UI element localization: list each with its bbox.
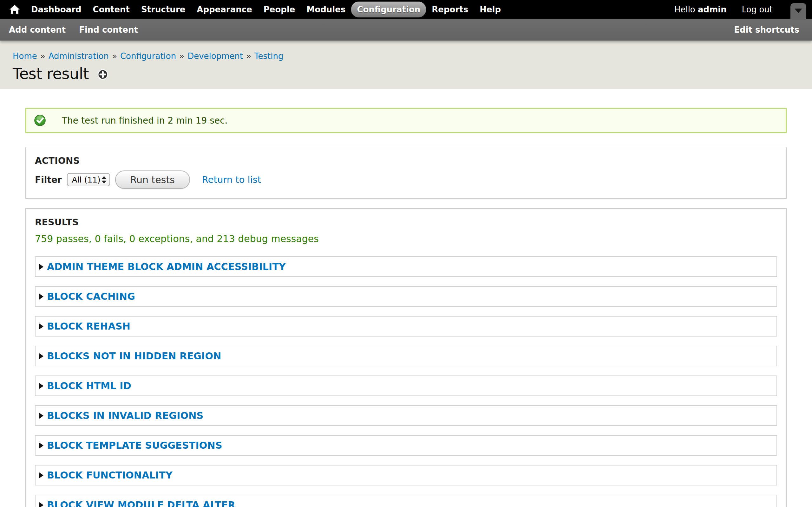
menu-item-help[interactable]: Help: [474, 2, 507, 17]
menu-item-structure[interactable]: Structure: [136, 2, 191, 17]
toolbar-account-area: Hello admin Log out: [674, 5, 773, 14]
test-group-row-block-view-module-delta-alter[interactable]: BLOCK VIEW MODULE DELTA ALTER: [35, 495, 777, 507]
test-group-title[interactable]: BLOCKS IN INVALID REGIONS: [47, 410, 203, 421]
home-icon: [9, 5, 20, 14]
shortcut-bar: Add contentFind content Edit shortcuts: [0, 19, 812, 41]
page-header: Home»Administration»Configuration»Develo…: [0, 41, 812, 89]
run-tests-button[interactable]: Run tests: [115, 170, 190, 189]
breadcrumb-link-home[interactable]: Home: [13, 51, 37, 61]
triangle-right-icon: [39, 472, 44, 478]
triangle-right-icon: [39, 443, 44, 448]
triangle-right-icon: [39, 383, 44, 389]
triangle-right-icon: [39, 413, 44, 418]
return-to-list-link[interactable]: Return to list: [202, 174, 261, 185]
menu-item-dashboard[interactable]: Dashboard: [26, 2, 87, 17]
test-group-title[interactable]: BLOCK VIEW MODULE DELTA ALTER: [47, 499, 235, 507]
test-group-row-blocks-in-invalid-regions[interactable]: BLOCKS IN INVALID REGIONS: [35, 405, 777, 426]
triangle-right-icon: [39, 502, 44, 507]
results-legend: RESULTS: [35, 217, 777, 228]
breadcrumb-link-administration[interactable]: Administration: [49, 51, 109, 61]
results-summary: 759 passes, 0 fails, 0 exceptions, and 2…: [35, 233, 777, 244]
logout-link[interactable]: Log out: [742, 5, 773, 14]
menu-item-configuration[interactable]: Configuration: [351, 2, 426, 17]
menu-item-appearance[interactable]: Appearance: [191, 2, 258, 17]
test-group-row-block-template-suggestions[interactable]: BLOCK TEMPLATE SUGGESTIONS: [35, 435, 777, 456]
test-group-row-block-rehash[interactable]: BLOCK REHASH: [35, 316, 777, 337]
greeting-text: Hello admin: [674, 5, 727, 14]
triangle-right-icon: [39, 324, 44, 329]
test-group-title[interactable]: BLOCK TEMPLATE SUGGESTIONS: [47, 440, 222, 451]
filter-select[interactable]: All (11): [67, 173, 110, 186]
triangle-right-icon: [39, 264, 44, 270]
actions-legend: ACTIONS: [35, 156, 777, 166]
test-group-row-block-html-id[interactable]: BLOCK HTML ID: [35, 376, 777, 396]
check-circle-icon: [34, 114, 46, 126]
breadcrumb-separator: »: [246, 51, 251, 61]
test-group-row-blocks-not-in-hidden-region[interactable]: BLOCKS NOT IN HIDDEN REGION: [35, 346, 777, 366]
main-content: The test run finished in 2 min 19 sec. A…: [0, 108, 812, 507]
menu-item-reports[interactable]: Reports: [426, 2, 474, 17]
breadcrumb-separator: »: [179, 51, 184, 61]
test-group-title[interactable]: BLOCK CACHING: [47, 291, 135, 302]
shortcut-items: Add contentFind content: [9, 25, 138, 35]
edit-shortcuts-link[interactable]: Edit shortcuts: [734, 25, 799, 35]
breadcrumb-link-configuration[interactable]: Configuration: [120, 51, 176, 61]
test-group-title[interactable]: BLOCK REHASH: [47, 321, 131, 332]
breadcrumb-separator: »: [40, 51, 45, 61]
test-group-title[interactable]: ADMIN THEME BLOCK ADMIN ACCESSIBILITY: [47, 261, 286, 272]
admin-toolbar: DashboardContentStructureAppearancePeopl…: [0, 0, 812, 19]
test-group-list: ADMIN THEME BLOCK ADMIN ACCESSIBILITYBLO…: [35, 257, 777, 507]
test-group-row-block-caching[interactable]: BLOCK CACHING: [35, 286, 777, 307]
toolbar-toggle-button[interactable]: [791, 3, 806, 20]
breadcrumb-link-development[interactable]: Development: [188, 51, 243, 61]
menu-item-modules[interactable]: Modules: [301, 2, 351, 17]
username: admin: [698, 5, 727, 14]
actions-row: Filter All (11) Run tests Return to list: [35, 170, 777, 189]
actions-fieldset: ACTIONS Filter All (11) Run tests Return…: [26, 147, 786, 199]
filter-select-value: All (11): [72, 175, 101, 184]
breadcrumb-separator: »: [112, 51, 117, 61]
test-group-row-block-functionality[interactable]: BLOCK FUNCTIONALITY: [35, 465, 777, 486]
breadcrumb-link-testing[interactable]: Testing: [254, 51, 283, 61]
results-fieldset: RESULTS 759 passes, 0 fails, 0 exception…: [26, 208, 786, 507]
status-message: The test run finished in 2 min 19 sec.: [26, 108, 786, 133]
test-group-title[interactable]: BLOCK FUNCTIONALITY: [47, 469, 172, 481]
home-button[interactable]: [8, 5, 23, 14]
status-message-text: The test run finished in 2 min 19 sec.: [62, 115, 227, 126]
filter-label: Filter: [35, 175, 62, 185]
triangle-right-icon: [39, 353, 44, 359]
test-group-row-admin-theme-block-admin-accessibility[interactable]: ADMIN THEME BLOCK ADMIN ACCESSIBILITY: [35, 257, 777, 277]
toolbar-menu: DashboardContentStructureAppearancePeopl…: [26, 2, 507, 17]
test-group-title[interactable]: BLOCKS NOT IN HIDDEN REGION: [47, 350, 221, 361]
triangle-right-icon: [39, 294, 44, 299]
page-title: Test result: [13, 65, 89, 82]
test-group-title[interactable]: BLOCK HTML ID: [47, 380, 131, 391]
menu-item-content[interactable]: Content: [87, 2, 136, 17]
shortcut-add-content[interactable]: Add content: [9, 25, 66, 35]
breadcrumb: Home»Administration»Configuration»Develo…: [13, 51, 799, 61]
up-down-arrows-icon: [101, 176, 107, 183]
menu-item-people[interactable]: People: [258, 2, 301, 17]
page-title-row: Test result: [13, 65, 799, 82]
chevron-down-icon: [795, 9, 802, 13]
shortcut-find-content[interactable]: Find content: [79, 25, 138, 35]
plus-circle-icon[interactable]: [97, 69, 108, 80]
